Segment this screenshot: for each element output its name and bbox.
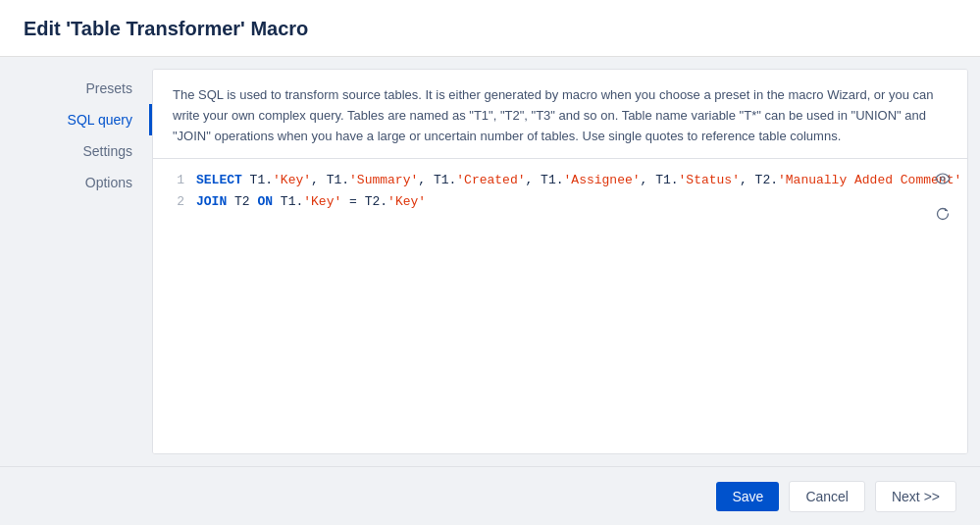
sidebar-item-settings[interactable]: Settings [0,135,152,167]
page-body: Presets SQL query Settings Options The S… [0,57,980,466]
sidebar: Presets SQL query Settings Options [0,57,152,466]
eye-icon [935,171,951,186]
cancel-button[interactable]: Cancel [789,481,865,512]
editor-area[interactable]: 1 SELECT T1.'Key', T1.'Summary', T1.'Cre… [153,159,967,453]
description-text: The SQL is used to transform source tabl… [173,87,934,143]
code-line-2: 2 JOIN T2 ON T1.'Key' = T2.'Key' [169,192,952,214]
refresh-icon-button[interactable] [929,200,956,228]
code-content-2: JOIN T2 ON T1.'Key' = T2.'Key' [196,192,426,214]
content-wrapper: Presets SQL query Settings Options The S… [0,57,980,466]
sidebar-item-sql-query[interactable]: SQL query [0,104,152,135]
svg-point-0 [941,177,945,181]
page-title: Edit 'Table Transformer' Macro [24,18,308,39]
line-number-1: 1 [169,171,184,192]
page-container: Edit 'Table Transformer' Macro Presets S… [0,0,980,525]
main-content: The SQL is used to transform source tabl… [152,69,968,454]
page-header: Edit 'Table Transformer' Macro [0,0,980,57]
code-content-1: SELECT T1.'Key', T1.'Summary', T1.'Creat… [196,171,967,192]
line-number-2: 2 [169,192,184,214]
next-button[interactable]: Next >> [875,481,956,512]
footer: Save Cancel Next >> [0,466,980,525]
sidebar-item-options[interactable]: Options [0,167,152,198]
refresh-icon [935,206,951,222]
eye-icon-button[interactable] [929,165,956,192]
save-button[interactable]: Save [716,482,779,511]
sidebar-item-presets[interactable]: Presets [0,73,152,104]
code-line-1: 1 SELECT T1.'Key', T1.'Summary', T1.'Cre… [169,171,952,192]
description-area: The SQL is used to transform source tabl… [153,70,967,159]
right-icons-panel [929,165,956,228]
